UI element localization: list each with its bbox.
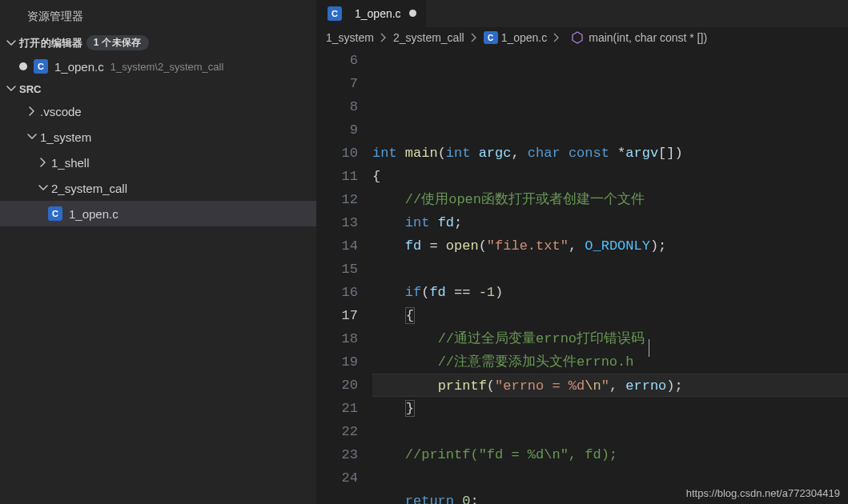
tree-label: 2_system_call	[51, 182, 127, 195]
breadcrumb[interactable]: 1_system 2_system_call C 1_open.c main(i…	[316, 27, 848, 49]
tree-file-open-c[interactable]: C 1_open.c	[0, 201, 316, 226]
chevron-right-icon	[552, 33, 561, 42]
chevron-down-icon	[26, 130, 38, 143]
folder-root-header[interactable]: SRC	[0, 79, 316, 98]
chevron-down-icon	[37, 182, 50, 194]
file-tree: .vscode 1_system 1_shell 2_system_call	[0, 98, 316, 226]
open-editors-label: 打开的编辑器	[19, 36, 83, 50]
tree-folder-system[interactable]: 1_system	[0, 124, 316, 150]
tree-label: .vscode	[40, 105, 82, 118]
explorer-sidebar: 资源管理器 打开的编辑器 1 个未保存 C 1_open.c 1_system\…	[0, 0, 316, 504]
tree-folder-syscall[interactable]: 2_system_call	[0, 175, 316, 201]
editor-pane: C 1_open.c 1_system 2_system_call C 1_op…	[316, 0, 848, 504]
c-file-icon: C	[484, 31, 498, 44]
chevron-down-icon	[5, 37, 18, 50]
chevron-right-icon	[469, 33, 479, 42]
open-editors-list: C 1_open.c 1_system\2_system_call	[0, 54, 316, 79]
tree-label: 1_system	[40, 130, 91, 144]
chevron-down-icon	[5, 82, 18, 95]
chevron-right-icon	[379, 33, 388, 42]
breadcrumb-symbol[interactable]: main(int, char const * [])	[589, 31, 707, 44]
c-file-icon: C	[34, 59, 48, 74]
tab-bar: C 1_open.c	[316, 0, 848, 27]
breadcrumb-item[interactable]: 2_system_call	[393, 31, 464, 44]
c-file-icon: C	[48, 206, 62, 221]
open-editor-path: 1_system\2_system_call	[111, 61, 224, 73]
tab-name: 1_open.c	[355, 7, 401, 20]
explorer-title: 资源管理器	[0, 0, 316, 32]
dirty-indicator-icon	[409, 10, 416, 17]
tree-label: 1_shell	[51, 156, 90, 170]
chevron-right-icon	[26, 105, 38, 118]
tab-1-open-c[interactable]: C 1_open.c	[316, 0, 427, 27]
breadcrumb-item[interactable]: 1_open.c	[501, 31, 548, 44]
tree-label: 1_open.c	[69, 207, 119, 221]
c-file-icon: C	[328, 6, 342, 21]
open-editor-name: 1_open.c	[54, 60, 104, 74]
dirty-indicator-icon	[19, 62, 27, 70]
line-gutter: 6789101112131415161718192021222324	[316, 49, 372, 504]
unsaved-badge: 1 个未保存	[86, 35, 149, 50]
watermark: https://blog.csdn.net/a772304419	[686, 487, 840, 499]
open-editor-item[interactable]: C 1_open.c 1_system\2_system_call	[0, 54, 316, 79]
chevron-right-icon	[37, 156, 50, 169]
text-cursor	[649, 339, 649, 357]
breadcrumb-item[interactable]: 1_system	[326, 31, 374, 44]
open-editors-header[interactable]: 打开的编辑器 1 个未保存	[0, 32, 316, 54]
tree-folder-vscode[interactable]: .vscode	[0, 98, 316, 124]
code-area[interactable]: int main(int argc, char const *argv[]){ …	[372, 49, 848, 504]
tree-folder-shell[interactable]: 1_shell	[0, 150, 316, 175]
folder-root-label: SRC	[19, 83, 41, 95]
symbol-method-icon	[571, 31, 584, 44]
code-editor[interactable]: 6789101112131415161718192021222324 int m…	[316, 49, 848, 504]
